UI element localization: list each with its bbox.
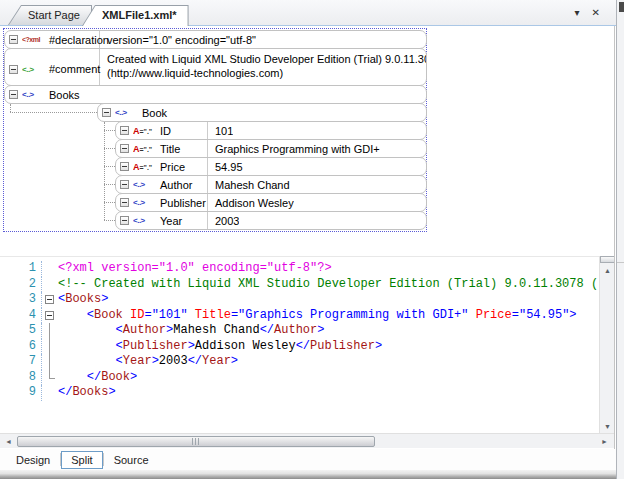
fold-gutter xyxy=(42,339,58,355)
code-token xyxy=(58,323,116,337)
tab-xmlfile1-xml[interactable]: XMLFile1.xml* xyxy=(82,5,189,25)
code-token xyxy=(58,339,116,353)
collapse-minus-box[interactable] xyxy=(120,162,129,171)
code-token: Year xyxy=(123,354,152,368)
code-text[interactable]: <!-- Created with Liquid XML Studio Deve… xyxy=(58,277,598,293)
code-text[interactable]: </Books> xyxy=(58,385,598,401)
tree-row-declaration[interactable]: <?xml#declarationversion="1.0" encoding=… xyxy=(4,30,427,49)
tree-connector xyxy=(104,122,105,220)
node-name: Year xyxy=(160,215,182,227)
element-icon: <..> xyxy=(133,198,158,207)
horizontal-scroll-thumb[interactable] xyxy=(17,436,375,447)
tree-connector xyxy=(104,184,115,185)
collapse-minus-box[interactable] xyxy=(120,126,129,135)
editor-right-border xyxy=(614,26,615,449)
collapse-minus-box[interactable] xyxy=(9,35,18,44)
chevron-down-icon[interactable]: ▾ xyxy=(575,7,580,19)
code-token: Mahesh Chand xyxy=(173,323,259,337)
scroll-right-arrow-icon[interactable]: ► xyxy=(597,434,612,449)
code-line-4[interactable]: 4 <Book ID="101" Title="Graphics Program… xyxy=(0,308,598,324)
comment-icon: <..> xyxy=(22,65,47,74)
tree-row-book[interactable]: <..>Book xyxy=(97,103,427,122)
view-tab-design[interactable]: Design xyxy=(6,452,60,468)
collapse-minus-box[interactable] xyxy=(9,65,18,74)
collapse-minus-box[interactable] xyxy=(120,180,129,189)
vertical-scroll-track[interactable] xyxy=(600,277,615,419)
code-token: > xyxy=(188,339,195,353)
fold-gutter[interactable] xyxy=(42,308,58,324)
collapse-minus-box[interactable] xyxy=(9,90,18,99)
collapse-minus-box[interactable] xyxy=(120,198,129,207)
fold-collapse-box[interactable] xyxy=(45,295,54,304)
code-token: > xyxy=(101,292,108,306)
code-text[interactable]: </Book> xyxy=(58,370,598,386)
code-token: Books xyxy=(65,292,101,306)
tree-row-year[interactable]: <..>Year2003 xyxy=(115,211,427,230)
code-token: </ xyxy=(58,385,72,399)
close-icon[interactable]: ✕ xyxy=(592,7,600,19)
tree-row-id[interactable]: A="."ID101 xyxy=(115,121,427,140)
code-line-8[interactable]: 8 </Book> xyxy=(0,370,598,386)
side-panel-sliver xyxy=(616,0,624,479)
node-value: Graphics Programming with GDI+ xyxy=(208,143,380,155)
code-line-7[interactable]: 7 <Year>2003</Year> xyxy=(0,354,598,370)
line-number: 1 xyxy=(0,261,42,277)
scrollbar-splitter-handle[interactable] xyxy=(600,256,615,263)
source-view-pane[interactable]: 1<?xml version="1.0" encoding="utf-8"?>2… xyxy=(0,256,615,433)
fold-gutter[interactable] xyxy=(42,292,58,308)
view-tab-source[interactable]: Source xyxy=(104,452,159,468)
tree-row-name-column: A="."ID xyxy=(116,122,208,139)
document-tabs: Start PageXMLFile1.xml* xyxy=(8,5,189,25)
code-token: < xyxy=(116,354,123,368)
line-number: 5 xyxy=(0,323,42,339)
code-line-2[interactable]: 2<!-- Created with Liquid XML Studio Dev… xyxy=(0,277,598,293)
collapse-minus-box[interactable] xyxy=(120,216,129,225)
code-line-5[interactable]: 5 <Author>Mahesh Chand</Author> xyxy=(0,323,598,339)
scroll-down-arrow-icon[interactable]: ▼ xyxy=(600,419,615,433)
code-token: 2003 xyxy=(159,354,188,368)
code-text[interactable]: <Book ID="101" Title="Graphics Programmi… xyxy=(58,308,598,324)
code-text[interactable]: <Publisher>Addison Wesley</Publisher> xyxy=(58,339,598,355)
code-token: Book xyxy=(94,308,123,322)
code-token: > xyxy=(317,323,324,337)
tree-row-books[interactable]: <..>Books xyxy=(4,85,427,104)
scroll-up-arrow-icon[interactable]: ▲ xyxy=(600,263,615,277)
node-value-line: (http://www.liquid-technologies.com) xyxy=(107,66,426,80)
collapse-minus-box[interactable] xyxy=(120,144,129,153)
vertical-scrollbar[interactable]: ▲ ▼ xyxy=(599,256,615,433)
code-text[interactable]: <Author>Mahesh Chand</Author> xyxy=(58,323,598,339)
code-line-1[interactable]: 1<?xml version="1.0" encoding="utf-8"?> xyxy=(0,261,598,277)
tree-row-publisher[interactable]: <..>PublisherAddison Wesley xyxy=(115,193,427,212)
code-line-3[interactable]: 3<Books> xyxy=(0,292,598,308)
code-line-6[interactable]: 6 <Publisher>Addison Wesley</Publisher> xyxy=(0,339,598,355)
code-token: = xyxy=(231,308,238,322)
node-name: Author xyxy=(160,179,192,191)
code-token: </ xyxy=(260,323,274,337)
horizontal-scrollbar[interactable]: ◄ ► xyxy=(0,433,615,448)
tab-start-page[interactable]: Start Page xyxy=(8,5,92,25)
document-tabstrip: Start PageXMLFile1.xml* ▾ ✕ xyxy=(0,0,616,26)
fold-line xyxy=(49,323,50,339)
code-token: > xyxy=(152,354,159,368)
fold-collapse-box[interactable] xyxy=(45,311,54,320)
code-text[interactable]: <Year>2003</Year> xyxy=(58,354,598,370)
design-view-pane[interactable]: <?xml#declarationversion="1.0" encoding=… xyxy=(0,26,615,256)
tree-row-name-column: A="."Title xyxy=(116,140,208,157)
fold-gutter xyxy=(42,277,58,293)
tree-row-comment[interactable]: <..>#comment Created with Liquid XML Stu… xyxy=(4,48,427,86)
code-token: </ xyxy=(87,370,101,384)
code-text[interactable]: <?xml version="1.0" encoding="utf-8"?> xyxy=(58,261,598,277)
tree-row-price[interactable]: A="."Price54.95 xyxy=(115,157,427,176)
code-line-9[interactable]: 9</Books> xyxy=(0,385,598,401)
code-token xyxy=(58,308,87,322)
code-token: Book xyxy=(101,370,130,384)
tree-row-author[interactable]: <..>AuthorMahesh Chand xyxy=(115,175,427,194)
code-text[interactable]: <Books> xyxy=(58,292,598,308)
view-tab-split[interactable]: Split xyxy=(61,451,102,469)
tree-connector xyxy=(104,220,115,221)
tree-row-title[interactable]: A="."TitleGraphics Programming with GDI+ xyxy=(115,139,427,158)
code-token xyxy=(469,308,476,322)
document-selection-box: <?xml#declarationversion="1.0" encoding=… xyxy=(3,28,427,232)
collapse-minus-box[interactable] xyxy=(102,108,111,117)
scroll-left-arrow-icon[interactable]: ◄ xyxy=(1,434,16,449)
